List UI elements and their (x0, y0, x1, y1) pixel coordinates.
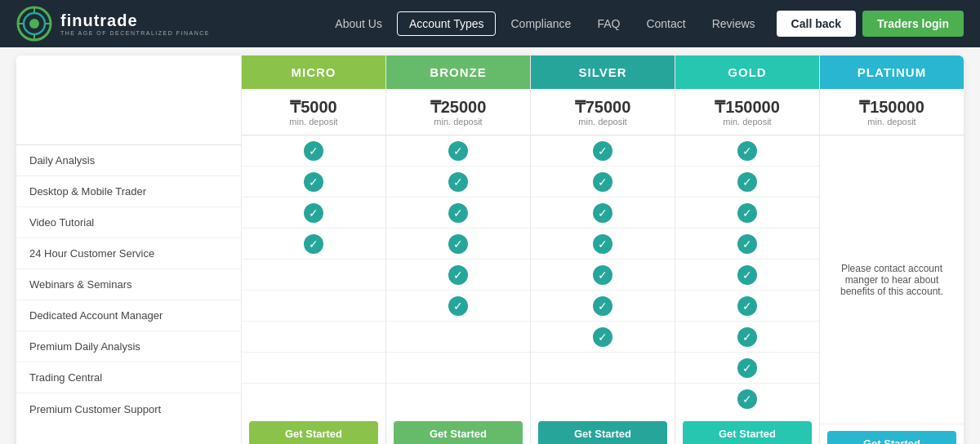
nav-about[interactable]: About Us (323, 12, 394, 35)
check-bronze-desktop: ✓ (386, 166, 530, 198)
check-icon: ✓ (304, 234, 323, 254)
check-silver-desktop: ✓ (531, 166, 675, 198)
check-gold-daily: ✓ (675, 135, 819, 166)
check-icon: ✓ (304, 141, 323, 161)
deposit-label-gold: min. deposit (675, 117, 819, 127)
deposit-amount-bronze: ₸25000 (386, 97, 530, 117)
platinum-note: Please contact account manger to hear ab… (820, 135, 964, 424)
get-started-micro: Get Started (242, 415, 385, 444)
check-icon: ✓ (593, 172, 612, 192)
deposit-label-silver: min. deposit (531, 117, 675, 127)
logo-sub: THE AGE OF DECENTRALIZED FINANCE (60, 30, 210, 36)
get-started-button-micro[interactable]: Get Started (249, 421, 378, 445)
col-micro: MICRO ₸5000 min. deposit ✓ ✓ ✓ ✓ Get Sta… (241, 56, 385, 444)
header-gold: GOLD (675, 56, 819, 89)
feature-24hr-service: 24 Hour Customer Service (16, 238, 241, 269)
nav-account-types[interactable]: Account Types (397, 11, 497, 36)
svg-point-2 (29, 19, 39, 29)
check-gold-support: ✓ (675, 384, 819, 415)
check-icon: ✓ (448, 172, 468, 192)
feature-daily-analysis: Daily Analysis (16, 145, 241, 176)
check-bronze-premium (386, 322, 530, 353)
nav-faq[interactable]: FAQ (586, 12, 631, 35)
check-icon: ✓ (448, 296, 468, 316)
check-bronze-manager: ✓ (386, 291, 530, 322)
check-icon: ✓ (448, 234, 468, 254)
check-icon: ✓ (737, 265, 757, 285)
check-icon: ✓ (593, 234, 612, 254)
feature-header-spacer (16, 56, 241, 145)
deposit-label-platinum: min. deposit (820, 117, 964, 127)
col-platinum: PLATINUM ₸150000 min. deposit Please con… (819, 56, 964, 444)
get-started-button-silver[interactable]: Get Started (538, 421, 667, 445)
get-started-button-gold[interactable]: Get Started (683, 421, 812, 445)
check-gold-premium: ✓ (675, 322, 819, 353)
feature-premium-analysis: Premium Daily Analysis (16, 331, 241, 362)
logo-name: finutrade (60, 11, 210, 30)
check-silver-support (531, 384, 675, 415)
feature-column: Daily Analysis Desktop & Mobile Trader V… (16, 56, 241, 444)
check-micro-24hr: ✓ (242, 229, 385, 260)
deposit-amount-micro: ₸5000 (242, 97, 385, 117)
header-micro: MICRO (242, 56, 385, 89)
check-icon: ✓ (737, 172, 757, 192)
check-bronze-video: ✓ (386, 198, 530, 229)
check-icon: ✓ (737, 141, 757, 161)
check-bronze-webinars: ✓ (386, 260, 530, 291)
get-started-platinum: Get Started (820, 424, 964, 444)
check-silver-trading (531, 353, 675, 384)
check-icon: ✓ (737, 203, 757, 223)
check-micro-webinars (242, 260, 385, 291)
check-gold-24hr: ✓ (675, 229, 819, 260)
check-micro-trading (242, 353, 385, 384)
check-micro-support (242, 384, 385, 415)
nav-contact[interactable]: Contact (635, 12, 697, 35)
get-started-button-platinum[interactable]: Get Started (827, 431, 956, 445)
feature-footer-spacer (16, 424, 241, 444)
deposit-amount-gold: ₸150000 (675, 97, 819, 117)
check-icon: ✓ (448, 265, 468, 285)
feature-premium-support: Premium Customer Support (16, 393, 241, 424)
check-bronze-trading (386, 353, 530, 384)
col-silver: SILVER ₸75000 min. deposit ✓ ✓ ✓ ✓ ✓ ✓ ✓… (530, 56, 675, 444)
deposit-platinum: ₸150000 min. deposit (820, 89, 964, 135)
deposit-label-bronze: min. deposit (386, 117, 530, 127)
traders-login-button[interactable]: Traders login (862, 11, 964, 37)
deposit-silver: ₸75000 min. deposit (531, 89, 675, 135)
check-gold-webinars: ✓ (675, 260, 819, 291)
check-icon: ✓ (737, 327, 757, 347)
check-icon: ✓ (304, 203, 323, 223)
header-platinum: PLATINUM (820, 56, 964, 89)
check-micro-daily: ✓ (242, 135, 385, 166)
check-icon: ✓ (737, 296, 757, 316)
check-icon: ✓ (448, 203, 468, 223)
check-micro-desktop: ✓ (242, 166, 385, 198)
feature-account-manager: Dedicated Account Manager (16, 300, 241, 331)
check-gold-trading: ✓ (675, 353, 819, 384)
check-micro-manager (242, 291, 385, 322)
nav-reviews[interactable]: Reviews (701, 12, 767, 35)
check-icon: ✓ (448, 141, 468, 161)
header-silver: SILVER (531, 56, 675, 89)
get-started-bronze: Get Started (386, 415, 530, 444)
deposit-bronze: ₸25000 min. deposit (386, 89, 530, 135)
get-started-button-bronze[interactable]: Get Started (394, 421, 523, 445)
check-icon: ✓ (737, 389, 757, 409)
callback-button[interactable]: Call back (777, 11, 856, 37)
col-bronze: BRONZE ₸25000 min. deposit ✓ ✓ ✓ ✓ ✓ ✓ G… (385, 56, 530, 444)
feature-trading-central: Trading Central (16, 362, 241, 393)
check-bronze-24hr: ✓ (386, 229, 530, 260)
get-started-silver: Get Started (531, 415, 675, 444)
check-gold-manager: ✓ (675, 291, 819, 322)
nav-compliance[interactable]: Compliance (499, 12, 582, 35)
check-icon: ✓ (593, 327, 612, 347)
check-silver-manager: ✓ (531, 291, 675, 322)
check-silver-premium: ✓ (531, 322, 675, 353)
account-columns: MICRO ₸5000 min. deposit ✓ ✓ ✓ ✓ Get Sta… (241, 56, 964, 444)
header-bronze: BRONZE (386, 56, 530, 89)
deposit-amount-silver: ₸75000 (531, 97, 675, 117)
check-silver-daily: ✓ (531, 135, 675, 166)
check-bronze-daily: ✓ (386, 135, 530, 166)
check-silver-webinars: ✓ (531, 260, 675, 291)
deposit-micro: ₸5000 min. deposit (242, 89, 385, 135)
